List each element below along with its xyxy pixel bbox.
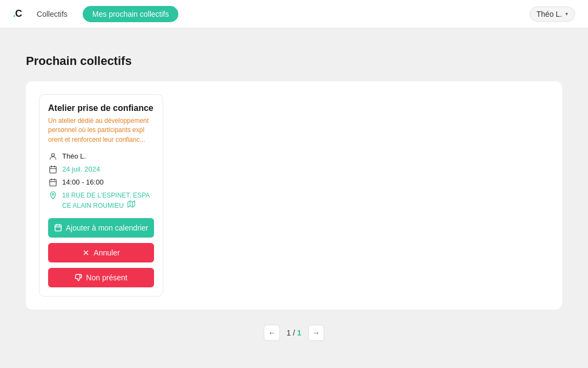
event-address: 18 RUE DE L'ESPINET, ESPA CE ALAIN ROUMI…: [62, 191, 154, 211]
content-panel: Atelier prise de confiance Un atelier dé…: [26, 81, 562, 310]
svg-point-0: [51, 154, 54, 156]
date-row: 24 juil. 2024: [48, 165, 154, 174]
collectif-card: Atelier prise de confiance Un atelier dé…: [39, 94, 163, 297]
not-present-button[interactable]: Non présent: [48, 268, 154, 287]
logo[interactable]: .C: [13, 8, 22, 19]
x-icon: [82, 249, 90, 257]
user-label: Théo L.: [537, 10, 562, 18]
host-name: Théo L.: [62, 152, 86, 160]
add-to-calendar-button[interactable]: Ajouter à mon calendrier: [48, 218, 154, 238]
host-row: Théo L.: [48, 152, 154, 161]
nav-mes-prochains-button[interactable]: Mes prochain collectifs: [83, 6, 179, 22]
pagination: ← 1 / 1 →: [26, 325, 562, 341]
card-title: Atelier prise de confiance: [48, 103, 154, 113]
page-title: Prochain collectifs: [26, 54, 562, 68]
address-row: 18 RUE DE L'ESPINET, ESPA CE ALAIN ROUMI…: [48, 191, 154, 211]
event-time: 14:00 - 16:00: [62, 178, 104, 186]
pagination-total: 1: [297, 328, 302, 337]
pagination-next-button[interactable]: →: [308, 325, 324, 341]
user-menu[interactable]: Théo L. ▾: [530, 6, 575, 22]
svg-rect-1: [50, 167, 56, 173]
svg-rect-13: [55, 225, 61, 231]
pagination-info: 1 / 1: [286, 328, 301, 337]
card-description: Un atelier dédié au développement person…: [48, 116, 154, 144]
map-icon[interactable]: [128, 200, 135, 208]
pagination-prev-button[interactable]: ←: [264, 325, 280, 341]
svg-marker-10: [128, 201, 135, 207]
pagination-separator: /: [293, 328, 297, 337]
event-date: 24 juil. 2024: [62, 165, 100, 173]
card-info-section: Théo L. 24 juil. 2024: [48, 152, 154, 211]
calendar-date-icon: [48, 165, 58, 174]
main-content: Prochain collectifs Atelier prise de con…: [0, 28, 588, 358]
calendar-add-icon: [54, 224, 62, 232]
svg-rect-5: [50, 180, 56, 186]
person-icon: [48, 152, 58, 161]
nav-collectifs[interactable]: Collectifs: [32, 8, 72, 21]
thumbs-down-icon: [75, 274, 82, 281]
location-icon: [48, 191, 58, 200]
time-row: 14:00 - 16:00: [48, 178, 154, 187]
svg-point-9: [52, 194, 54, 195]
chevron-down-icon: ▾: [565, 11, 568, 17]
navbar: .C Collectifs Mes prochain collectifs Th…: [0, 0, 588, 28]
clock-icon: [48, 178, 58, 187]
cancel-button[interactable]: Annuler: [48, 243, 154, 262]
pagination-current: 1: [286, 328, 291, 337]
